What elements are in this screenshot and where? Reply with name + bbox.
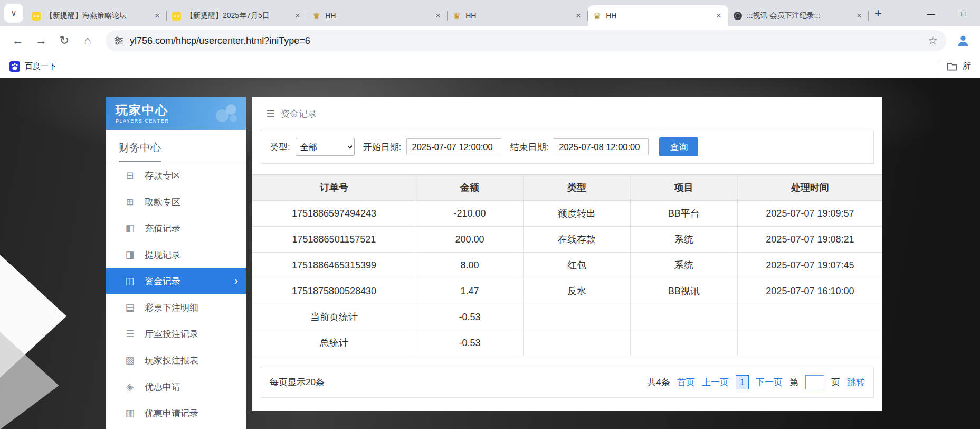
maximize-button[interactable]: □ bbox=[947, 0, 980, 26]
prev-page-link[interactable]: 上一页 bbox=[702, 376, 729, 388]
col-header-order-no: 订单号 bbox=[252, 175, 416, 201]
browser-tab[interactable]: 【新提醒】海燕策略论坛 × bbox=[26, 5, 167, 26]
sidebar-item-funds-record[interactable]: ◫ 资金记录 › bbox=[106, 268, 246, 294]
forward-button[interactable]: → bbox=[31, 30, 52, 51]
total-count-label: 共4条 bbox=[648, 376, 670, 388]
cell-amount: -210.00 bbox=[416, 201, 523, 227]
table-row-page-total: 当前页统计 -0.53 bbox=[252, 304, 882, 330]
page-viewport: 玩家中心 PLAYERS CENTER 财务中心 ⊟ 存款专区 ⊞ 取款专区 ◧… bbox=[0, 78, 980, 429]
browser-tab-active[interactable]: ♛ HH × bbox=[588, 5, 728, 26]
sidebar-item-player-bet-report[interactable]: ▧ 玩家投注报表 bbox=[106, 347, 246, 374]
end-date-label: 结束日期: bbox=[510, 141, 548, 153]
deposit-card-icon: ⊟ bbox=[124, 170, 136, 181]
cell-type: 红包 bbox=[523, 253, 630, 278]
sidebar-item-promo-apply-record[interactable]: ▥ 优惠申请记录 bbox=[106, 400, 246, 426]
tab-close-icon[interactable]: × bbox=[855, 11, 863, 21]
profile-avatar[interactable] bbox=[954, 31, 973, 50]
tab-search-button[interactable]: ∨ bbox=[4, 4, 23, 23]
bet-report-icon: ▧ bbox=[124, 355, 136, 366]
folder-icon[interactable] bbox=[947, 62, 957, 71]
page-title: 资金记录 bbox=[281, 108, 317, 120]
browser-toolbar: ← → ↻ ⌂ yl756.com/hhcp/usercenter.html?i… bbox=[0, 26, 980, 55]
recharge-record-icon: ◧ bbox=[124, 222, 136, 234]
type-select[interactable]: 全部 bbox=[296, 138, 355, 156]
search-button[interactable]: 查询 bbox=[659, 137, 698, 156]
pagination-controls: 共4条 首页 上一页 1 下一页 第 页 跳转 bbox=[648, 375, 865, 389]
col-header-type: 类型 bbox=[523, 175, 630, 201]
sidebar-item-hall-bet-record[interactable]: ☰ 厅室投注记录 bbox=[106, 321, 246, 347]
sidebar-item-label: 取款专区 bbox=[145, 196, 180, 208]
col-header-project: 项目 bbox=[630, 175, 737, 201]
sidebar-item-promo-apply[interactable]: ◈ 优惠申请 bbox=[106, 374, 246, 400]
back-button[interactable]: ← bbox=[7, 30, 28, 51]
player-center-sidebar: 玩家中心 PLAYERS CENTER 财务中心 ⊟ 存款专区 ⊞ 取款专区 ◧… bbox=[106, 97, 246, 429]
browser-tab[interactable]: ♛ HH × bbox=[307, 5, 448, 26]
sidebar-item-recharge-record[interactable]: ◧ 充值记录 bbox=[106, 215, 246, 241]
tab-title: HH bbox=[325, 12, 429, 20]
tab-close-icon[interactable]: × bbox=[293, 11, 302, 21]
current-page-badge[interactable]: 1 bbox=[736, 375, 749, 389]
tab-close-icon[interactable]: × bbox=[715, 11, 723, 21]
tab-close-icon[interactable]: × bbox=[434, 11, 442, 21]
jump-link[interactable]: 跳转 bbox=[847, 376, 865, 388]
pagination-bar: 每页显示20条 共4条 首页 上一页 1 下一页 第 页 跳转 bbox=[261, 367, 874, 398]
sidebar-item-withdraw[interactable]: ⊞ 取款专区 bbox=[106, 189, 246, 215]
page-jump-input[interactable] bbox=[805, 375, 824, 389]
section-label: 财务中心 bbox=[119, 141, 161, 162]
funds-record-table: 订单号 金额 类型 项目 处理时间 1751886597494243 -210.… bbox=[252, 174, 882, 356]
end-date-input[interactable] bbox=[554, 138, 649, 155]
plus-icon: + bbox=[874, 6, 882, 21]
address-bar[interactable]: yl756.com/hhcp/usercenter.html?iniType=6… bbox=[106, 30, 946, 51]
bookmark-star-icon[interactable]: ☆ bbox=[928, 34, 938, 47]
browser-tab[interactable]: 【新提醒】2025年7月5日 × bbox=[167, 5, 307, 26]
table-header-row: 订单号 金额 类型 项目 处理时间 bbox=[252, 175, 882, 201]
chat-favicon-icon bbox=[32, 12, 41, 21]
bookmark-baidu[interactable]: 百度一下 bbox=[9, 61, 56, 72]
browser-tab[interactable]: :::视讯 会员下注纪录::: × bbox=[728, 5, 869, 26]
hall-bet-icon: ☰ bbox=[124, 328, 136, 340]
cell-project: BB视讯 bbox=[630, 278, 737, 304]
withdraw-record-icon: ◨ bbox=[124, 249, 136, 260]
sidebar-item-label: 优惠申请记录 bbox=[145, 407, 198, 419]
filter-bar: 类型: 全部 开始日期: 结束日期: 查询 bbox=[261, 130, 874, 164]
promo-record-icon: ▥ bbox=[124, 407, 136, 419]
cell-empty bbox=[523, 304, 630, 330]
start-date-input[interactable] bbox=[406, 138, 501, 155]
cell-project: 系统 bbox=[630, 253, 737, 278]
reload-button[interactable]: ↻ bbox=[54, 30, 75, 51]
all-bookmarks-label[interactable]: 所 bbox=[963, 61, 971, 71]
next-page-link[interactable]: 下一页 bbox=[756, 376, 783, 388]
home-button[interactable]: ⌂ bbox=[77, 30, 98, 51]
col-header-amount: 金额 bbox=[416, 175, 523, 201]
cell-amount: -0.53 bbox=[416, 304, 523, 330]
browser-tab[interactable]: ♛ HH × bbox=[448, 5, 588, 26]
sidebar-item-lottery-bet-detail[interactable]: ▤ 彩票下注明细 bbox=[106, 294, 246, 321]
sidebar-item-label: 厅室投注记录 bbox=[145, 328, 198, 340]
tab-close-icon[interactable]: × bbox=[153, 11, 161, 21]
background-shape bbox=[0, 332, 82, 429]
sidebar-item-label: 玩家投注报表 bbox=[145, 355, 198, 367]
new-tab-button[interactable]: + bbox=[869, 4, 888, 23]
cell-order-no: 1751875800528430 bbox=[252, 278, 416, 304]
per-page-label: 每页显示20条 bbox=[270, 376, 325, 388]
panel-title: ☰ 资金记录 bbox=[252, 97, 882, 129]
site-settings-icon[interactable] bbox=[114, 36, 123, 45]
cell-empty bbox=[630, 304, 737, 330]
sidebar-item-deposit[interactable]: ⊟ 存款专区 bbox=[106, 162, 246, 189]
cell-order-no: 1751886465315399 bbox=[252, 253, 416, 278]
sidebar-item-withdraw-record[interactable]: ◨ 提现记录 bbox=[106, 241, 246, 268]
table-row: 1751886501157521 200.00 在线存款 系统 2025-07-… bbox=[252, 227, 882, 253]
url-text[interactable]: yl756.com/hhcp/usercenter.html?iniType=6 bbox=[130, 35, 921, 46]
cell-order-no: 1751886597494243 bbox=[252, 201, 416, 227]
tab-title: 【新提醒】海燕策略论坛 bbox=[45, 11, 148, 21]
minimize-button[interactable]: — bbox=[915, 0, 947, 26]
table-row: 1751886465315399 8.00 红包 系统 2025-07-07 1… bbox=[252, 253, 882, 278]
first-page-link[interactable]: 首页 bbox=[677, 376, 695, 388]
gamepad-icon bbox=[212, 102, 240, 125]
tab-close-icon[interactable]: × bbox=[574, 11, 583, 21]
sidebar-item-label: 提现记录 bbox=[145, 249, 180, 261]
withdraw-icon: ⊞ bbox=[124, 196, 136, 208]
window-controls: — □ bbox=[915, 0, 980, 26]
bookmark-label: 百度一下 bbox=[25, 61, 56, 71]
promo-apply-icon: ◈ bbox=[124, 381, 136, 393]
